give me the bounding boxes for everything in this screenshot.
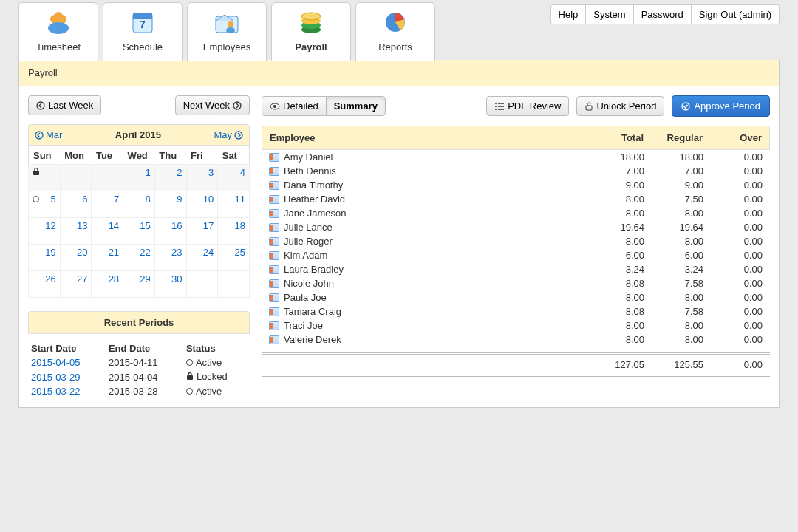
period-start-link[interactable]: 2015-04-05 [31, 357, 81, 368]
day-number: 10 [203, 194, 214, 205]
day-number: 5 [50, 194, 55, 205]
employee-regular: 8.00 [644, 334, 703, 345]
employee-over: 0.00 [703, 222, 763, 233]
recent-period-row: 2015-03-222015-03-28 Active [28, 384, 250, 398]
weekday-header: Wed [123, 146, 155, 165]
calendar-day[interactable]: 9 [154, 191, 186, 218]
calendar-day[interactable]: 12 [29, 218, 61, 245]
tab-label: Reports [356, 41, 434, 52]
calendar-day[interactable]: 10 [186, 191, 218, 218]
day-number: 3 [208, 167, 214, 178]
employee-row[interactable]: Dana Timothy9.009.000.00 [262, 178, 770, 192]
employee-row[interactable]: Kim Adam6.006.000.00 [262, 248, 770, 262]
employee-row[interactable]: Amy Daniel18.0018.000.00 [262, 150, 770, 164]
employee-row[interactable]: Julie Roger8.008.000.00 [262, 234, 770, 248]
calendar-day[interactable]: 27 [60, 271, 92, 298]
schedule-icon: 7 [127, 9, 158, 38]
employee-row[interactable]: Laura Bradley3.243.240.00 [262, 262, 770, 276]
calendar-day[interactable]: 22 [123, 245, 155, 271]
day-number: 15 [140, 220, 150, 231]
svg-point-24 [682, 103, 689, 110]
calendar-day[interactable]: 2 [154, 165, 186, 191]
calendar-day[interactable]: 8 [123, 191, 155, 218]
calendar-day[interactable]: 15 [123, 218, 155, 245]
calendar-day[interactable]: 25 [218, 245, 250, 271]
calendar-day[interactable]: 5 [29, 191, 61, 218]
calendar-day[interactable]: 29 [123, 271, 155, 298]
employee-name: Amy Daniel [284, 151, 332, 163]
calendar-day[interactable]: 4 [218, 165, 250, 191]
tab-reports[interactable]: Reports [355, 2, 435, 61]
employee-row[interactable]: Traci Joe8.008.000.00 [262, 318, 770, 332]
calendar-table: SunMonTueWedThuFriSat 123456789101112131… [28, 146, 250, 298]
employee-name: Nicole John [284, 278, 334, 289]
calendar-day[interactable]: 28 [92, 271, 123, 298]
employee-over: 0.00 [703, 180, 763, 191]
employee-row[interactable]: Beth Dennis7.007.000.00 [262, 164, 770, 178]
calendar-day[interactable]: 21 [92, 245, 123, 271]
day-number: 20 [77, 247, 87, 258]
calendar-title: April 2015 [115, 129, 161, 140]
calendar-day[interactable]: 14 [92, 218, 123, 245]
tab-employees[interactable]: Employees [187, 2, 267, 61]
employee-row[interactable]: Nicole John8.087.580.00 [262, 276, 770, 290]
employee-name: Tamara Craig [284, 306, 341, 317]
last-week-button[interactable]: Last Week [28, 95, 101, 115]
day-number: 21 [109, 247, 119, 258]
day-number: 14 [109, 220, 119, 231]
calendar-day[interactable]: 3 [186, 165, 218, 191]
day-number: 6 [82, 194, 87, 205]
employee-row[interactable]: Paula Joe8.008.000.00 [262, 290, 770, 304]
calendar-day[interactable]: 18 [218, 218, 250, 245]
calendar-day[interactable]: 1 [123, 165, 155, 191]
employee-over: 0.00 [703, 151, 763, 163]
calendar-day[interactable]: 16 [154, 218, 186, 245]
period-start-link[interactable]: 2015-03-29 [31, 372, 81, 383]
employee-row[interactable]: Valerie Derek8.008.000.00 [262, 332, 770, 347]
employee-table-body: Amy Daniel18.0018.000.00Beth Dennis7.007… [262, 150, 770, 347]
col-over: Over [703, 132, 762, 143]
calendar-next-month[interactable]: May [214, 129, 243, 140]
calendar-day[interactable]: 24 [186, 245, 218, 271]
detailed-view-button[interactable]: Detailed [262, 96, 327, 116]
next-week-button[interactable]: Next Week [175, 95, 250, 115]
employee-total: 8.00 [585, 194, 644, 205]
tab-schedule[interactable]: 7Schedule [103, 2, 183, 61]
approve-period-button[interactable]: Approve Period [672, 95, 770, 117]
tab-label: Timesheet [19, 41, 98, 52]
calendar-day[interactable]: 19 [29, 245, 61, 271]
employee-row[interactable]: Heather David8.007.500.00 [262, 192, 770, 206]
employee-regular: 6.00 [644, 250, 703, 261]
employee-icon [269, 223, 279, 232]
recent-periods-header: Recent Periods [28, 311, 250, 334]
calendar-day[interactable]: 26 [29, 271, 61, 298]
recent-period-row: 2015-03-292015-04-04 Locked [28, 369, 250, 384]
calendar-day[interactable]: 23 [154, 245, 186, 271]
totals-regular: 125.55 [644, 359, 703, 370]
employee-name: Jane Jameson [284, 208, 347, 219]
employee-regular: 8.00 [644, 236, 703, 247]
period-start-link[interactable]: 2015-03-22 [31, 386, 81, 397]
day-number: 18 [235, 220, 245, 231]
calendar-day[interactable]: 20 [60, 245, 92, 271]
calendar-day[interactable]: 7 [92, 191, 123, 218]
calendar-day[interactable]: 17 [186, 218, 218, 245]
calendar-day[interactable]: 6 [60, 191, 92, 218]
calendar-day[interactable]: 13 [60, 218, 92, 245]
employee-row[interactable]: Julie Lance19.6419.640.00 [262, 220, 770, 234]
unlock-period-button[interactable]: Unlock Period [576, 96, 664, 116]
employee-row[interactable]: Tamara Craig8.087.580.00 [262, 304, 770, 318]
day-number: 24 [203, 247, 214, 258]
pdf-review-button[interactable]: PDF Review [486, 96, 569, 116]
employee-row[interactable]: Jane Jameson8.008.000.00 [262, 206, 770, 220]
day-number: 2 [177, 167, 182, 178]
calendar-prev-month[interactable]: Mar [35, 129, 62, 140]
calendar-day[interactable]: 11 [218, 191, 250, 218]
tab-payroll[interactable]: Payroll [271, 2, 351, 61]
approve-period-label: Approve Period [694, 100, 760, 112]
tab-timesheet[interactable]: Timesheet [18, 2, 98, 61]
calendar-day[interactable]: 30 [154, 271, 186, 298]
totals-total: 127.05 [585, 359, 644, 370]
svg-point-22 [273, 105, 276, 108]
summary-view-button[interactable]: Summary [326, 96, 386, 116]
